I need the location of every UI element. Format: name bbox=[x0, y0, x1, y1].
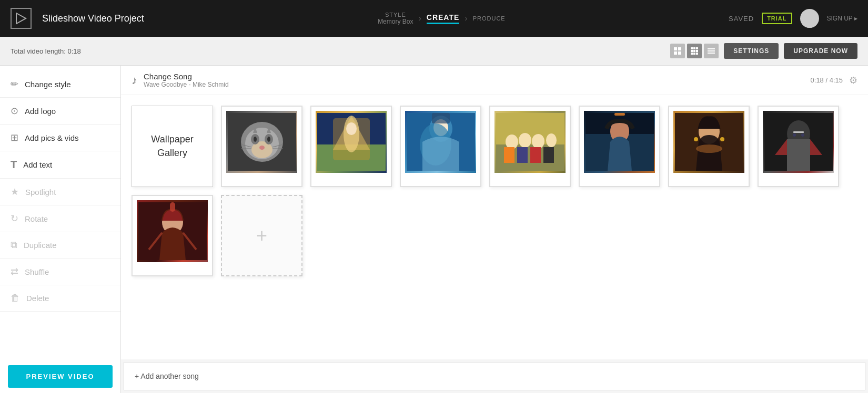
view-icon-list[interactable] bbox=[704, 44, 719, 58]
svg-rect-74 bbox=[170, 202, 175, 212]
svg-rect-8 bbox=[691, 47, 693, 49]
svg-rect-11 bbox=[691, 50, 693, 52]
logo-icon[interactable] bbox=[11, 8, 32, 29]
sidebar-item-add-logo[interactable]: ⊙ Add logo bbox=[0, 98, 120, 125]
nav-step-produce[interactable]: PRODUCE bbox=[473, 15, 506, 22]
song-subtitle: Wave Goodbye - Mike Schmid bbox=[144, 81, 804, 88]
add-plus-icon: + bbox=[256, 225, 267, 247]
sidebar-item-change-style[interactable]: ✏ Change style bbox=[0, 71, 120, 98]
video-length: Total video length: 0:18 bbox=[11, 47, 81, 55]
create-step-label: CREATE bbox=[427, 13, 460, 22]
nav-steps: STYLE Memory Box › CREATE › PRODUCE bbox=[165, 12, 718, 25]
gallery-label-text: Wallpaper Gallery bbox=[132, 128, 213, 164]
photo-frozen bbox=[405, 111, 476, 173]
sidebar-item-shuffle: ⇄ Shuffle bbox=[0, 258, 120, 285]
toolbar-right: SETTINGS UPGRADE NOW bbox=[670, 43, 857, 59]
gallery-image-ninja[interactable] bbox=[758, 106, 839, 187]
main-layout: ✏ Change style ⊙ Add logo ⊞ Add pics & v… bbox=[0, 66, 868, 393]
gallery-image-warrior[interactable] bbox=[579, 106, 660, 187]
rotate-icon: ↻ bbox=[11, 213, 18, 224]
pencil-icon: ✏ bbox=[11, 78, 18, 90]
svg-rect-17 bbox=[708, 48, 715, 49]
song-header: ♪ Change Song Wave Goodbye - Mike Schmid… bbox=[121, 66, 868, 95]
photo-cat bbox=[226, 111, 297, 173]
gallery-image-naruto[interactable] bbox=[489, 106, 571, 187]
pics-icon: ⊞ bbox=[11, 132, 18, 143]
settings-button[interactable]: SETTINGS bbox=[724, 43, 779, 59]
produce-step-label: PRODUCE bbox=[473, 15, 506, 22]
svg-point-28 bbox=[259, 146, 265, 150]
gallery-image-goddess[interactable] bbox=[668, 106, 750, 187]
style-step-sub: Memory Box bbox=[378, 18, 413, 25]
sidebar-label-add-logo: Add logo bbox=[25, 107, 56, 116]
svg-rect-56 bbox=[543, 147, 554, 163]
view-icon-large[interactable] bbox=[670, 44, 685, 58]
gallery-image-frozen[interactable] bbox=[400, 106, 481, 187]
sidebar-item-duplicate: ⧉ Duplicate bbox=[0, 232, 120, 258]
photo-goddess bbox=[673, 111, 744, 173]
add-another-song[interactable]: + Add another song bbox=[124, 362, 865, 390]
gear-icon[interactable]: ⚙ bbox=[849, 75, 857, 86]
svg-point-3 bbox=[802, 22, 817, 28]
svg-rect-10 bbox=[696, 47, 698, 49]
sidebar-label-change-style: Change style bbox=[25, 80, 71, 89]
svg-point-50 bbox=[519, 133, 531, 148]
svg-rect-54 bbox=[517, 147, 528, 163]
style-step-label: STYLE bbox=[385, 12, 406, 18]
gallery-image-fantasy[interactable] bbox=[310, 106, 392, 187]
photo-naruto bbox=[494, 111, 566, 173]
svg-point-2 bbox=[805, 12, 814, 20]
svg-point-71 bbox=[801, 133, 804, 137]
svg-rect-53 bbox=[504, 147, 514, 163]
gallery-grid: Wallpaper Gallery bbox=[132, 106, 857, 276]
upgrade-button[interactable]: UPGRADE NOW bbox=[784, 43, 857, 59]
sidebar-item-add-text[interactable]: T Add text bbox=[0, 151, 120, 179]
svg-point-63 bbox=[696, 144, 722, 153]
svg-rect-60 bbox=[614, 113, 625, 116]
add-song-label: + Add another song bbox=[135, 372, 199, 380]
svg-point-64 bbox=[694, 137, 698, 141]
sidebar-label-shuffle: Shuffle bbox=[25, 267, 49, 276]
svg-point-51 bbox=[532, 134, 544, 149]
shuffle-icon: ⇄ bbox=[11, 266, 18, 277]
sidebar-label-rotate: Rotate bbox=[25, 214, 48, 223]
gallery-image-cat[interactable] bbox=[221, 106, 302, 187]
logo-add-icon: ⊙ bbox=[11, 105, 18, 117]
svg-point-65 bbox=[720, 137, 724, 141]
svg-rect-6 bbox=[674, 51, 677, 55]
nav-arrow-2: › bbox=[465, 14, 467, 23]
svg-rect-69 bbox=[793, 131, 804, 133]
sidebar-item-delete: 🗑 Delete bbox=[0, 285, 120, 312]
nav-step-create[interactable]: CREATE bbox=[427, 13, 460, 24]
nav-arrow-1: › bbox=[418, 14, 421, 23]
content-area: ♪ Change Song Wave Goodbye - Mike Schmid… bbox=[121, 66, 868, 393]
toolbar: Total video length: 0:18 SETTINGS UPGRAD… bbox=[0, 37, 868, 66]
gallery-add-card[interactable]: + bbox=[221, 195, 302, 276]
wallpaper-gallery-label: Wallpaper Gallery bbox=[132, 106, 213, 187]
svg-rect-46 bbox=[432, 113, 450, 123]
svg-point-40 bbox=[346, 122, 357, 135]
photo-warrior bbox=[584, 111, 655, 173]
sidebar-item-add-pics[interactable]: ⊞ Add pics & vids bbox=[0, 125, 120, 151]
user-name[interactable]: SIGN UP ▸ bbox=[827, 15, 857, 22]
sidebar-label-add-text: Add text bbox=[23, 160, 52, 169]
photo-ninja bbox=[763, 111, 834, 173]
sidebar-item-rotate: ↻ Rotate bbox=[0, 205, 120, 232]
gallery-image-assassin[interactable] bbox=[132, 195, 213, 276]
song-time: 0:18 / 4:15 bbox=[811, 76, 843, 84]
nav-step-style[interactable]: STYLE Memory Box bbox=[378, 12, 413, 25]
view-icon-medium[interactable] bbox=[687, 44, 702, 58]
svg-point-26 bbox=[254, 137, 257, 142]
svg-point-52 bbox=[546, 133, 557, 147]
saved-button[interactable]: SAVED bbox=[729, 15, 754, 23]
svg-rect-16 bbox=[696, 53, 698, 55]
preview-video-button[interactable]: PREVIEW VIDEO bbox=[8, 365, 113, 388]
song-title[interactable]: Change Song bbox=[144, 72, 804, 81]
sidebar-label-spotlight: Spotlight bbox=[25, 188, 56, 196]
svg-rect-15 bbox=[693, 53, 695, 55]
svg-rect-9 bbox=[693, 47, 695, 49]
sidebar: ✏ Change style ⊙ Add logo ⊞ Add pics & v… bbox=[0, 66, 121, 393]
photo-fantasy bbox=[316, 111, 387, 173]
view-icons bbox=[670, 44, 719, 58]
svg-rect-68 bbox=[787, 139, 810, 171]
